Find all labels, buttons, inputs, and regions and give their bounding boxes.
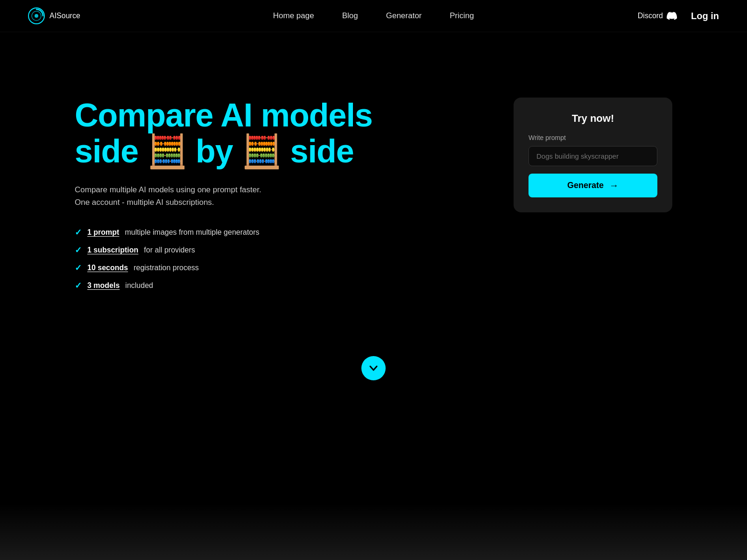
arrow-icon: → xyxy=(609,180,619,191)
check-icon-2: ✓ xyxy=(75,245,82,255)
hero-subtitle: Compare multiple AI models using one pro… xyxy=(75,183,392,209)
try-now-card: Try now! Write prompt Generate → xyxy=(514,98,672,212)
feature-rest-3: registration process xyxy=(134,264,199,272)
feature-highlight-2[interactable]: 1 subscription xyxy=(87,246,138,254)
prompt-input[interactable] xyxy=(529,146,657,166)
try-now-title: Try now! xyxy=(529,112,657,125)
hero-title-line1: Compare AI models xyxy=(75,97,373,133)
nav-right: Discord Log in xyxy=(638,11,719,21)
chevron-down-icon xyxy=(368,363,379,373)
scroll-indicator-container xyxy=(0,356,747,380)
hero-title: Compare AI models side 🧮 by 🧮 side xyxy=(75,98,392,169)
logo[interactable]: AISource xyxy=(28,7,80,24)
hero-emoji2: 🧮 xyxy=(233,133,290,169)
feature-highlight-3[interactable]: 10 seconds xyxy=(87,264,128,272)
feature-item-3: ✓ 10 seconds registration process xyxy=(75,263,392,273)
nav-links: Home page Blog Generator Pricing xyxy=(273,11,474,21)
feature-rest-4: included xyxy=(125,281,153,290)
generate-label: Generate xyxy=(567,181,604,190)
discord-icon xyxy=(667,11,677,21)
check-icon-1: ✓ xyxy=(75,227,82,238)
hero-title-by: by xyxy=(196,133,233,169)
generate-button[interactable]: Generate → xyxy=(529,174,657,197)
svg-point-2 xyxy=(35,14,38,18)
navbar: AISource Home page Blog Generator Pricin… xyxy=(0,0,747,32)
hero-subtitle-line2: One account - multiple AI subscriptions. xyxy=(75,198,214,207)
feature-highlight-1[interactable]: 1 prompt xyxy=(87,228,119,237)
scroll-down-button[interactable] xyxy=(361,356,386,380)
hero-title-side1: side xyxy=(75,133,138,169)
hero-subtitle-line1: Compare multiple AI models using one pro… xyxy=(75,185,261,194)
login-button[interactable]: Log in xyxy=(691,11,719,21)
hero-emoji1: 🧮 xyxy=(138,133,196,169)
prompt-label: Write prompt xyxy=(529,134,657,141)
main-content: Compare AI models side 🧮 by 🧮 side Compa… xyxy=(0,32,747,328)
feature-highlight-4[interactable]: 3 models xyxy=(87,281,120,290)
feature-list: ✓ 1 prompt multiple images from multiple… xyxy=(75,227,392,291)
hero-title-side2: side xyxy=(290,133,354,169)
check-icon-3: ✓ xyxy=(75,263,82,273)
discord-link[interactable]: Discord xyxy=(638,11,677,21)
nav-generator[interactable]: Generator xyxy=(386,11,422,21)
feature-rest-1: multiple images from multiple generators xyxy=(125,228,259,237)
nav-blog[interactable]: Blog xyxy=(342,11,358,21)
nav-pricing[interactable]: Pricing xyxy=(450,11,474,21)
feature-item-1: ✓ 1 prompt multiple images from multiple… xyxy=(75,227,392,238)
hero-section: Compare AI models side 🧮 by 🧮 side Compa… xyxy=(75,98,392,291)
feature-rest-2: for all providers xyxy=(144,246,195,254)
feature-item-4: ✓ 3 models included xyxy=(75,280,392,291)
feature-item-2: ✓ 1 subscription for all providers xyxy=(75,245,392,255)
logo-icon xyxy=(28,7,45,24)
discord-label: Discord xyxy=(638,12,663,20)
nav-home[interactable]: Home page xyxy=(273,11,314,21)
logo-text: AISource xyxy=(49,12,80,20)
check-icon-4: ✓ xyxy=(75,280,82,291)
